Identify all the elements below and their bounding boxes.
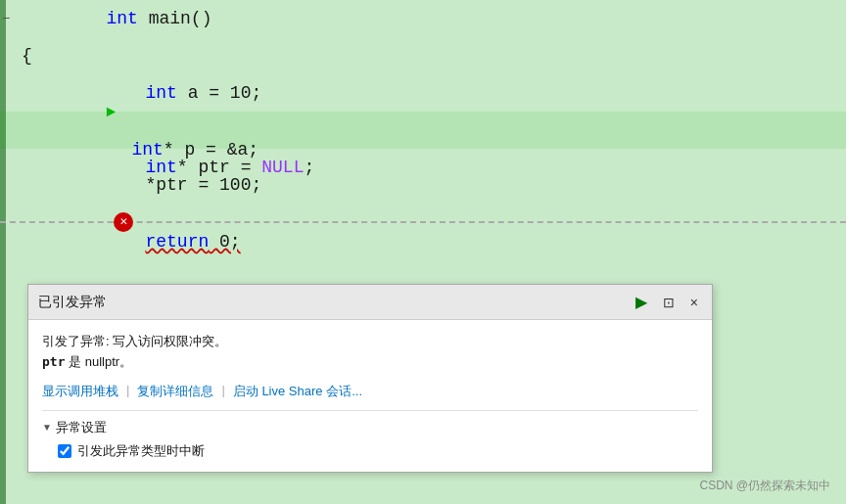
popup-links: 显示调用堆栈 | 复制详细信息 | 启动 Live Share 会话...	[42, 383, 698, 400]
watermark: CSDN @仍然探索未知中	[699, 478, 830, 494]
exception-line2: ptr 是 nullptr。	[42, 352, 698, 373]
line-1: − int main()	[0, 0, 846, 37]
settings-item-label: 引发此异常类型时中断	[77, 442, 205, 460]
editor-area: − int main() { int a = 10; ► int* p = &a…	[0, 0, 846, 504]
triangle-icon: ▼	[42, 422, 52, 433]
show-callstack-link[interactable]: 显示调用堆栈	[42, 383, 118, 400]
copy-details-link[interactable]: 复制详细信息	[137, 383, 213, 400]
sep-1: |	[126, 383, 129, 400]
code-section: − int main() { int a = 10; ► int* p = &a…	[0, 0, 846, 260]
continue-button[interactable]: ▶	[632, 291, 651, 313]
pin-button[interactable]: ⊡	[659, 293, 679, 312]
settings-item: 引发此异常类型时中断	[58, 442, 698, 460]
popup-actions: ▶ ⊡ ×	[632, 291, 702, 313]
keyword-int: int	[106, 9, 137, 28]
code-text: main()	[138, 9, 212, 28]
sep-2: |	[221, 383, 224, 400]
popup-title: 已引发异常	[38, 294, 107, 311]
close-button[interactable]: ×	[686, 293, 702, 312]
exception-line1: 引发了异常: 写入访问权限冲突。	[42, 332, 698, 352]
line-content-7: return 0;	[14, 186, 241, 298]
kw-null: NULL	[261, 158, 304, 177]
popup-body: 引发了异常: 写入访问权限冲突。 ptr 是 nullptr。 显示调用堆栈 |…	[28, 320, 712, 472]
popup-header: 已引发异常 ▶ ⊡ ×	[28, 285, 712, 320]
exception-settings: ▼ 异常设置 引发此异常类型时中断	[42, 410, 698, 460]
code-semi: ;	[304, 158, 314, 177]
exception-message: 引发了异常: 写入访问权限冲突。 ptr 是 nullptr。	[42, 332, 698, 373]
break-on-exception-checkbox[interactable]	[58, 444, 71, 458]
return-stmt: return 0;	[145, 232, 240, 252]
ptr-code: ptr	[42, 354, 65, 369]
exception-line2-suffix: 是 nullptr。	[65, 354, 132, 369]
collapse-icon[interactable]: −	[2, 11, 10, 26]
settings-header[interactable]: ▼ 异常设置	[42, 419, 698, 436]
exception-popup: 已引发异常 ▶ ⊡ × 引发了异常: 写入访问权限冲突。 ptr 是 nullp…	[27, 284, 713, 473]
live-share-link[interactable]: 启动 Live Share 会话...	[233, 383, 362, 400]
line-7: return 0;	[0, 223, 846, 260]
settings-title: 异常设置	[56, 419, 107, 436]
